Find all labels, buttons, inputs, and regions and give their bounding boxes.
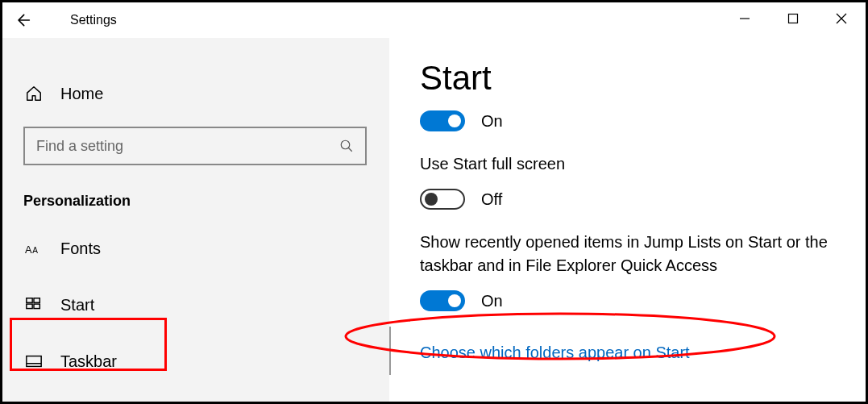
search-box[interactable]	[23, 127, 367, 165]
toggle-3[interactable]	[420, 290, 465, 311]
start-icon	[23, 296, 44, 314]
close-button[interactable]	[817, 2, 866, 35]
toggle-2[interactable]	[420, 189, 465, 210]
sidebar-home-label: Home	[60, 85, 103, 103]
svg-rect-8	[27, 298, 32, 303]
toggle-row-2: Off	[420, 189, 866, 210]
toggle-1[interactable]	[420, 110, 465, 131]
sidebar-section-heading: Personalization	[23, 193, 389, 210]
setting-2-heading: Use Start full screen	[420, 152, 831, 176]
sidebar-item-label: Start	[60, 296, 94, 314]
svg-text:A: A	[32, 246, 38, 255]
window-controls	[721, 2, 866, 35]
main-content: Start On Use Start full screen Off Show …	[389, 38, 866, 402]
toggle-3-label: On	[481, 292, 503, 310]
sidebar-home[interactable]: Home	[23, 73, 389, 114]
search-input[interactable]	[36, 138, 339, 155]
svg-rect-12	[27, 356, 41, 367]
toggle-row-3: On	[420, 290, 866, 311]
back-button[interactable]	[2, 2, 43, 38]
arrow-left-icon	[15, 12, 31, 28]
search-icon	[339, 139, 354, 153]
svg-rect-10	[27, 304, 32, 309]
sidebar: Home Personalization AA Fonts Start Task…	[2, 38, 389, 402]
titlebar: Settings	[2, 2, 866, 38]
close-icon	[836, 13, 847, 24]
minimize-button[interactable]	[721, 2, 769, 35]
page-title: Start	[420, 59, 866, 98]
setting-3-heading: Show recently opened items in Jump Lists…	[420, 231, 831, 277]
minimize-icon	[739, 13, 750, 24]
fonts-icon: AA	[23, 239, 44, 257]
sidebar-item-fonts[interactable]: AA Fonts	[23, 227, 389, 269]
svg-rect-11	[34, 304, 39, 309]
toggle-row-1: On	[420, 110, 866, 131]
maximize-icon	[787, 13, 799, 24]
toggle-1-label: On	[481, 112, 503, 131]
sidebar-item-start[interactable]: Start	[23, 284, 389, 326]
svg-rect-1	[789, 15, 798, 23]
choose-folders-link[interactable]: Choose which folders appear on Start	[420, 344, 690, 362]
scrollbar-stub[interactable]	[389, 327, 391, 375]
svg-rect-9	[34, 298, 39, 303]
window-title: Settings	[70, 13, 117, 27]
taskbar-icon	[23, 352, 44, 370]
sidebar-item-taskbar[interactable]: Taskbar	[23, 340, 389, 382]
toggle-2-label: Off	[481, 190, 502, 209]
home-icon	[23, 85, 44, 102]
sidebar-item-label: Fonts	[60, 239, 101, 258]
svg-text:A: A	[25, 244, 32, 256]
sidebar-item-label: Taskbar	[60, 352, 117, 371]
svg-line-5	[348, 148, 352, 152]
svg-point-4	[341, 140, 350, 149]
maximize-button[interactable]	[769, 2, 817, 35]
